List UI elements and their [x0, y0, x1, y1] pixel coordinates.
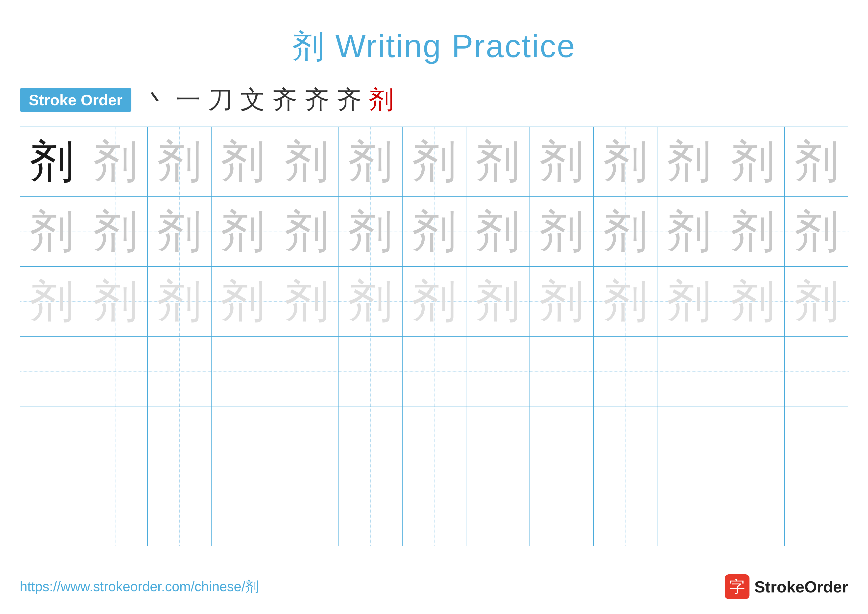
- grid-cell-6-8[interactable]: [467, 476, 530, 546]
- grid-cell-6-4[interactable]: [212, 476, 275, 546]
- char-medium: 剂: [221, 209, 265, 254]
- grid-cell-4-11[interactable]: [657, 337, 721, 406]
- grid-cell-4-10[interactable]: [594, 337, 658, 406]
- grid-cell-5-1[interactable]: [20, 406, 84, 476]
- char-medium: 剂: [412, 140, 457, 184]
- grid-cell-5-4[interactable]: [212, 406, 275, 476]
- grid-cell-2-3[interactable]: 剂: [148, 197, 212, 266]
- char-medium: 剂: [539, 140, 584, 184]
- stroke-order-section: Stroke Order 丶 一 刀 文 齐 齐 齐 剂: [20, 83, 848, 117]
- grid-cell-3-9[interactable]: 剂: [530, 267, 594, 336]
- grid-cell-4-5[interactable]: [275, 337, 339, 406]
- grid-cell-6-9[interactable]: [530, 476, 594, 546]
- grid-cell-5-12[interactable]: [721, 406, 785, 476]
- grid-cell-1-10[interactable]: 剂: [594, 127, 658, 196]
- grid-cell-4-4[interactable]: [212, 337, 275, 406]
- grid-cell-3-1[interactable]: 剂: [20, 267, 84, 336]
- grid-cell-6-7[interactable]: [403, 476, 467, 546]
- grid-cell-1-7[interactable]: 剂: [403, 127, 467, 196]
- grid-cell-5-7[interactable]: [403, 406, 467, 476]
- grid-cell-1-12[interactable]: 剂: [721, 127, 785, 196]
- grid-cell-5-3[interactable]: [148, 406, 212, 476]
- grid-cell-6-13[interactable]: [785, 476, 849, 546]
- grid-cell-1-1[interactable]: 剂: [20, 127, 84, 196]
- grid-cell-1-13[interactable]: 剂: [785, 127, 849, 196]
- grid-cell-1-3[interactable]: 剂: [148, 127, 212, 196]
- grid-cell-6-11[interactable]: [657, 476, 721, 546]
- grid-cell-1-8[interactable]: 剂: [467, 127, 530, 196]
- grid-cell-5-8[interactable]: [467, 406, 530, 476]
- char-medium: 剂: [795, 209, 839, 254]
- grid-cell-6-5[interactable]: [275, 476, 339, 546]
- grid-cell-3-5[interactable]: 剂: [275, 267, 339, 336]
- grid-cell-6-12[interactable]: [721, 476, 785, 546]
- grid-cell-2-2[interactable]: 剂: [84, 197, 148, 266]
- grid-cell-5-10[interactable]: [594, 406, 658, 476]
- grid-cell-2-7[interactable]: 剂: [403, 197, 467, 266]
- grid-cell-5-9[interactable]: [530, 406, 594, 476]
- grid-cell-6-2[interactable]: [84, 476, 148, 546]
- grid-cell-3-8[interactable]: 剂: [467, 267, 530, 336]
- grid-cell-6-3[interactable]: [148, 476, 212, 546]
- grid-cell-3-4[interactable]: 剂: [212, 267, 275, 336]
- grid-cell-3-10[interactable]: 剂: [594, 267, 658, 336]
- grid-cell-1-5[interactable]: 剂: [275, 127, 339, 196]
- char-light: 剂: [539, 279, 584, 324]
- grid-cell-2-6[interactable]: 剂: [339, 197, 403, 266]
- grid-row-3: 剂 剂 剂 剂 剂 剂 剂 剂 剂 剂 剂 剂: [20, 267, 848, 337]
- grid-cell-3-13[interactable]: 剂: [785, 267, 849, 336]
- grid-cell-2-12[interactable]: 剂: [721, 197, 785, 266]
- grid-cell-2-5[interactable]: 剂: [275, 197, 339, 266]
- grid-cell-3-2[interactable]: 剂: [84, 267, 148, 336]
- stroke-order-badge: Stroke Order: [20, 88, 132, 112]
- char-medium: 剂: [795, 140, 839, 184]
- grid-cell-1-2[interactable]: 剂: [84, 127, 148, 196]
- grid-cell-4-2[interactable]: [84, 337, 148, 406]
- grid-cell-3-6[interactable]: 剂: [339, 267, 403, 336]
- footer-logo: 字 StrokeOrder: [725, 574, 848, 599]
- grid-cell-5-2[interactable]: [84, 406, 148, 476]
- grid-cell-2-1[interactable]: 剂: [20, 197, 84, 266]
- grid-cell-4-6[interactable]: [339, 337, 403, 406]
- grid-cell-4-1[interactable]: [20, 337, 84, 406]
- grid-cell-1-11[interactable]: 剂: [657, 127, 721, 196]
- grid-cell-4-13[interactable]: [785, 337, 849, 406]
- grid-cell-3-7[interactable]: 剂: [403, 267, 467, 336]
- grid-cell-4-7[interactable]: [403, 337, 467, 406]
- grid-cell-5-5[interactable]: [275, 406, 339, 476]
- grid-cell-3-11[interactable]: 剂: [657, 267, 721, 336]
- grid-cell-1-4[interactable]: 剂: [212, 127, 275, 196]
- grid-cell-1-6[interactable]: 剂: [339, 127, 403, 196]
- char-medium: 剂: [476, 209, 520, 254]
- grid-cell-4-8[interactable]: [467, 337, 530, 406]
- grid-cell-1-9[interactable]: 剂: [530, 127, 594, 196]
- stroke-sequence: 丶 一 刀 文 齐 齐 齐 剂: [144, 83, 394, 117]
- grid-cell-4-9[interactable]: [530, 337, 594, 406]
- grid-cell-2-11[interactable]: 剂: [657, 197, 721, 266]
- char-light: 剂: [731, 279, 775, 324]
- grid-cell-2-13[interactable]: 剂: [785, 197, 849, 266]
- grid-cell-6-1[interactable]: [20, 476, 84, 546]
- char-light: 剂: [285, 279, 329, 324]
- grid-cell-2-10[interactable]: 剂: [594, 197, 658, 266]
- grid-cell-6-10[interactable]: [594, 476, 658, 546]
- grid-cell-2-8[interactable]: 剂: [467, 197, 530, 266]
- grid-cell-4-12[interactable]: [721, 337, 785, 406]
- char-light: 剂: [795, 279, 839, 324]
- grid-cell-4-3[interactable]: [148, 337, 212, 406]
- grid-cell-5-6[interactable]: [339, 406, 403, 476]
- char-dark: 剂: [30, 140, 74, 184]
- char-medium: 剂: [348, 140, 393, 184]
- grid-cell-2-9[interactable]: 剂: [530, 197, 594, 266]
- stroke-4: 文: [240, 83, 265, 117]
- stroke-3: 刀: [208, 83, 233, 117]
- stroke-2: 一: [176, 83, 201, 117]
- grid-cell-3-12[interactable]: 剂: [721, 267, 785, 336]
- grid-cell-2-4[interactable]: 剂: [212, 197, 275, 266]
- grid-cell-6-6[interactable]: [339, 476, 403, 546]
- char-medium: 剂: [30, 209, 74, 254]
- grid-cell-5-11[interactable]: [657, 406, 721, 476]
- grid-cell-5-13[interactable]: [785, 406, 849, 476]
- grid-cell-3-3[interactable]: 剂: [148, 267, 212, 336]
- char-light: 剂: [221, 279, 265, 324]
